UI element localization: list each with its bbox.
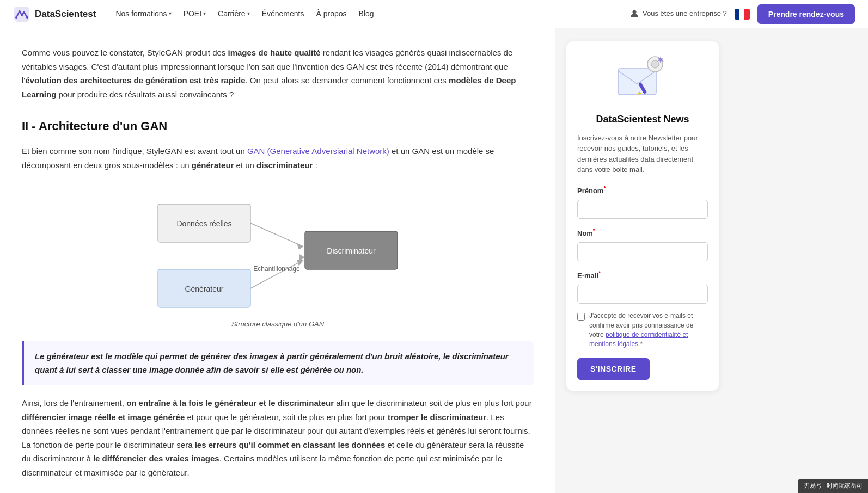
email-label: E-mail*	[577, 269, 708, 282]
main-content: Comme vous pouvez le constater, StyleGAN…	[0, 28, 555, 493]
nav-label-blog: Blog	[359, 8, 374, 20]
svg-point-1	[15, 16, 17, 19]
article-para-1: Comme vous pouvez le constater, StyleGAN…	[22, 46, 534, 101]
svg-line-11	[250, 223, 303, 246]
gan-link[interactable]: GAN (Generative Adversiarial Network)	[247, 146, 389, 156]
nom-label: Nom*	[577, 226, 708, 239]
blockquote-text: Le générateur est le modèle qui permet d…	[35, 350, 523, 377]
rendez-vous-button[interactable]: Prendre rendez-vous	[757, 4, 855, 24]
navbar-right: Vous êtes une entreprise ? Prendre rende…	[629, 4, 855, 24]
newsletter-title: DataScientest News	[577, 112, 708, 127]
nav-item-formations[interactable]: Nos formations ▾	[111, 4, 175, 23]
svg-rect-17	[618, 69, 656, 95]
svg-marker-16	[299, 254, 305, 261]
article-para-3: Ainsi, lors de l'entrainement, on entraî…	[22, 396, 534, 479]
nom-input[interactable]	[577, 242, 708, 261]
svg-point-4	[633, 10, 637, 14]
blockquote: Le générateur est le modèle qui permet d…	[22, 341, 534, 386]
newsletter-form: Prénom* Nom* E-mail* J'accepte de recevo…	[577, 184, 708, 380]
newsletter-icon	[613, 52, 673, 101]
newsletter-illustration	[577, 52, 708, 105]
privacy-link[interactable]: politique de confidentialité et mentions…	[589, 331, 688, 348]
svg-text:Echantillonnage: Echantillonnage	[253, 265, 300, 273]
consent-checkbox[interactable]	[577, 313, 585, 321]
nav-label-carriere: Carrière	[218, 8, 246, 20]
submit-button[interactable]: S'INSCRIRE	[577, 358, 650, 380]
email-input[interactable]	[577, 285, 708, 304]
prenom-input[interactable]	[577, 200, 708, 219]
chevron-down-icon: ▾	[169, 9, 172, 18]
svg-line-13	[250, 260, 303, 288]
consent-row: J'accepte de recevoir vos e-mails et con…	[577, 311, 708, 349]
svg-marker-12	[297, 243, 303, 250]
enterprise-label: Vous êtes une entreprise ?	[643, 8, 727, 20]
newsletter-desc: Inscrivez-vous à notre Newsletter pour r…	[577, 133, 708, 175]
enterprise-button[interactable]: Vous êtes une entreprise ?	[629, 8, 727, 20]
prenom-label: Prénom*	[577, 184, 708, 197]
navbar: DataScientest Nos formations ▾ POEI ▾ Ca…	[0, 0, 868, 28]
svg-text:Données réelles: Données réelles	[176, 219, 231, 228]
logo-icon	[13, 5, 30, 23]
nav-label-poei: POEI	[184, 8, 201, 20]
svg-point-3	[26, 16, 28, 19]
logo[interactable]: DataScientest	[13, 5, 96, 23]
consent-label: J'accepte de recevoir vos e-mails et con…	[589, 311, 708, 349]
nav-item-blog[interactable]: Blog	[354, 4, 378, 23]
logo-text: DataScientest	[35, 7, 96, 21]
nav-label-formations: Nos formations	[115, 8, 167, 20]
person-icon	[629, 9, 639, 19]
main-nav: Nos formations ▾ POEI ▾ Carrière ▾ Événe…	[111, 4, 614, 23]
nav-item-evenements[interactable]: Événements	[258, 4, 309, 23]
flag-icon[interactable]	[735, 9, 750, 20]
svg-point-2	[21, 14, 23, 16]
bottom-bar: 刃易号 | 时尚玩家岳司	[798, 479, 868, 493]
article-para-2: Et bien comme son nom l'indique, StyleGA…	[22, 144, 534, 172]
newsletter-card: DataScientest News Inscrivez-vous à notr…	[566, 41, 719, 391]
sidebar: DataScientest News Inscrivez-vous à notr…	[555, 28, 730, 493]
nav-label-apropos: À propos	[316, 8, 346, 20]
nav-item-carriere[interactable]: Carrière ▾	[213, 4, 254, 23]
svg-text:Discriminateur: Discriminateur	[327, 246, 376, 255]
chevron-down-icon: ▾	[247, 9, 250, 18]
svg-text:Générateur: Générateur	[185, 285, 224, 293]
diagram-svg: Données réelles Générateur Discriminateu…	[142, 185, 414, 316]
nav-item-apropos[interactable]: À propos	[311, 4, 351, 23]
nav-label-evenements: Événements	[262, 8, 304, 20]
chevron-down-icon: ▾	[203, 9, 206, 18]
article-h2: II - Architecture d'un GAN	[22, 116, 534, 135]
gan-diagram: Données réelles Générateur Discriminateu…	[22, 185, 534, 330]
diagram-caption: Structure classique d'un GAN	[231, 319, 324, 330]
page-wrapper: Comme vous pouvez le constater, StyleGAN…	[0, 28, 868, 493]
nav-item-poei[interactable]: POEI ▾	[179, 4, 210, 23]
